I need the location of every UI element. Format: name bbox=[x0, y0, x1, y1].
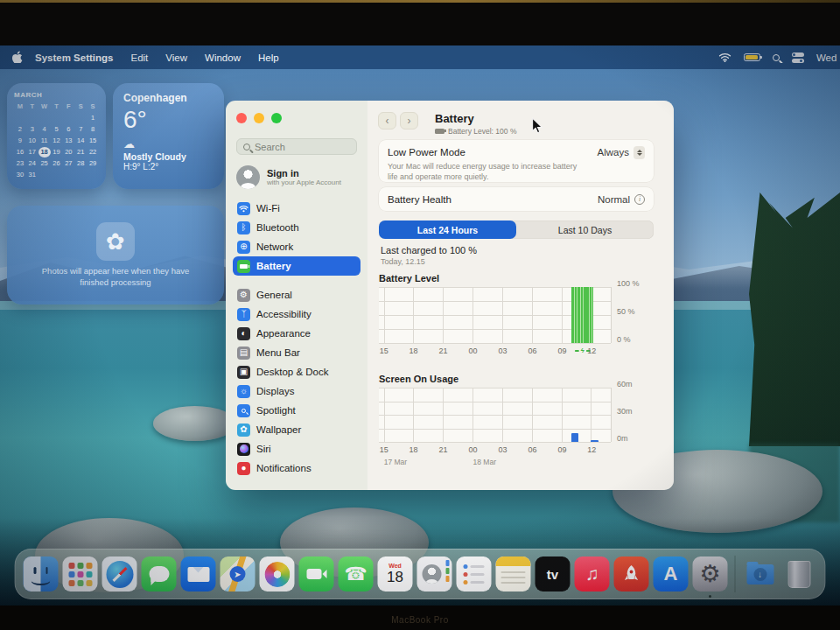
calendar-date[interactable]: 28 bbox=[74, 158, 87, 169]
accessibility-icon: ᛉ bbox=[237, 308, 250, 321]
sidebar-item-general[interactable]: ⚙General bbox=[233, 285, 360, 304]
sidebar-item-notifications[interactable]: ●Notifications bbox=[233, 458, 360, 478]
sidebar-item-label: Desktop & Dock bbox=[256, 367, 328, 377]
sidebar-item-spotlight[interactable]: Spotlight bbox=[233, 401, 360, 420]
control-center-icon[interactable] bbox=[792, 52, 804, 63]
weather-high-low: H:9° L:2° bbox=[123, 162, 214, 172]
minimize-button[interactable] bbox=[254, 113, 264, 123]
sidebar-item-desktop-dock[interactable]: ▣Desktop & Dock bbox=[233, 362, 360, 382]
calendar-date[interactable]: 21 bbox=[74, 147, 87, 158]
dock-downloads-icon[interactable]: ↓ bbox=[743, 556, 778, 592]
tab-last-10-days[interactable]: Last 10 Days bbox=[516, 220, 654, 239]
calendar-date[interactable]: 13 bbox=[62, 136, 74, 146]
wifi-icon[interactable] bbox=[718, 52, 732, 62]
sidebar-item-siri[interactable]: Siri bbox=[233, 439, 360, 458]
chart-y-axis-labels: 60m30m0m bbox=[617, 384, 652, 438]
calendar-date[interactable]: 5 bbox=[51, 124, 63, 135]
dock-mail-icon[interactable] bbox=[181, 556, 216, 592]
dock-maps-icon[interactable]: ➤ bbox=[220, 556, 256, 592]
calendar-date[interactable]: 23 bbox=[14, 158, 26, 169]
calendar-date[interactable]: 4 bbox=[38, 124, 51, 135]
photos-widget-message: Photos will appear here when they have f… bbox=[28, 266, 203, 288]
x-tick-label: 06 bbox=[528, 346, 536, 355]
photos-widget[interactable]: ✿ Photos will appear here when they have… bbox=[7, 206, 224, 304]
dock-photos-icon[interactable] bbox=[260, 556, 295, 592]
calendar-date[interactable]: 30 bbox=[14, 170, 26, 180]
calendar-date[interactable]: 10 bbox=[26, 136, 38, 146]
sidebar-group: ⚙GeneralᛉAccessibility◐Appearance▤Menu B… bbox=[226, 285, 368, 478]
tab-last-24-hours[interactable]: Last 24 Hours bbox=[379, 220, 516, 239]
forward-button[interactable]: › bbox=[400, 112, 418, 130]
calendar-date[interactable]: 3 bbox=[26, 124, 38, 135]
menu-item-help[interactable]: Help bbox=[249, 52, 288, 63]
calendar-date[interactable]: 19 bbox=[51, 147, 63, 158]
calendar-date[interactable]: 25 bbox=[38, 158, 51, 169]
sign-in-row[interactable]: Sign in with your Apple Account bbox=[236, 165, 357, 189]
calendar-date[interactable]: 18 bbox=[38, 147, 51, 158]
dock-finder-icon[interactable] bbox=[24, 556, 59, 592]
sidebar-item-accessibility[interactable]: ᛉAccessibility bbox=[233, 304, 360, 324]
dock-launchpad-icon[interactable] bbox=[63, 556, 98, 592]
dock-app-store-icon[interactable]: A bbox=[654, 556, 689, 592]
calendar-date[interactable]: 7 bbox=[74, 124, 87, 135]
info-icon[interactable]: i bbox=[634, 194, 645, 205]
calendar-date[interactable]: 14 bbox=[74, 136, 87, 146]
dock-reminders-icon[interactable] bbox=[457, 556, 492, 592]
back-button[interactable]: ‹ bbox=[378, 112, 396, 130]
dock-contacts-icon[interactable] bbox=[417, 556, 452, 592]
sidebar-item-displays[interactable]: ☼Displays bbox=[233, 382, 360, 401]
dock-music-icon[interactable]: ♫ bbox=[575, 556, 610, 592]
calendar-date[interactable]: 2 bbox=[14, 124, 26, 135]
menu-item-edit[interactable]: Edit bbox=[122, 52, 157, 63]
dock-tv-icon[interactable]: tv bbox=[536, 556, 570, 592]
calendar-date[interactable]: 29 bbox=[87, 158, 99, 169]
dock-phone-icon[interactable]: ☎ bbox=[339, 556, 374, 592]
menu-bar-clock[interactable]: Wed 1 bbox=[816, 52, 840, 63]
dock-system-settings-icon[interactable]: ⚙ bbox=[693, 556, 728, 592]
calendar-date[interactable]: 6 bbox=[62, 124, 74, 135]
low-power-mode-popup[interactable]: Always bbox=[598, 146, 645, 159]
calendar-widget[interactable]: MARCH MTWTFSS123456789101112131415161718… bbox=[7, 83, 106, 189]
calendar-date[interactable]: 12 bbox=[51, 136, 63, 146]
calendar-date[interactable]: 16 bbox=[14, 147, 26, 158]
dock-messages-icon[interactable] bbox=[142, 556, 177, 592]
dock-notes-icon[interactable] bbox=[496, 556, 531, 592]
calendar-date[interactable]: 26 bbox=[51, 158, 63, 169]
dock-safari-icon[interactable] bbox=[102, 556, 137, 592]
calendar-date[interactable]: 24 bbox=[26, 158, 38, 169]
sidebar-item-menu-bar[interactable]: ▤Menu Bar bbox=[233, 343, 360, 362]
dock-rocket-app-icon[interactable] bbox=[614, 556, 649, 592]
sidebar-item-bluetooth[interactable]: ᛒBluetooth bbox=[233, 218, 360, 237]
sidebar-item-wallpaper[interactable]: ✿Wallpaper bbox=[233, 420, 360, 439]
sidebar-item-battery[interactable]: Battery bbox=[233, 256, 360, 276]
calendar-date[interactable]: 20 bbox=[62, 147, 74, 158]
menu-bar: System SettingsEditViewWindowHelp Wed 1 bbox=[0, 46, 840, 69]
search-input[interactable]: Search bbox=[236, 138, 357, 155]
zoom-button[interactable] bbox=[271, 113, 282, 123]
weather-widget[interactable]: Copenhagen 6° ☁ Mostly Cloudy H:9° L:2° bbox=[113, 83, 224, 189]
x-tick-label: 06 bbox=[528, 445, 536, 454]
sidebar-item-wi-fi[interactable]: Wi-Fi bbox=[233, 199, 360, 218]
search-icon[interactable] bbox=[773, 54, 780, 61]
calendar-date[interactable]: 9 bbox=[14, 136, 26, 146]
calendar-date[interactable]: 8 bbox=[87, 124, 99, 135]
calendar-date[interactable]: 27 bbox=[62, 158, 74, 169]
calendar-date[interactable]: 22 bbox=[87, 147, 99, 158]
calendar-date[interactable]: 31 bbox=[26, 170, 38, 180]
close-button[interactable] bbox=[236, 113, 247, 123]
menu-item-window[interactable]: Window bbox=[196, 52, 249, 63]
sidebar-item-appearance[interactable]: ◐Appearance bbox=[233, 324, 360, 343]
menu-item-system-settings[interactable]: System Settings bbox=[28, 52, 122, 63]
dock-trash-icon[interactable] bbox=[782, 556, 817, 592]
calendar-date[interactable]: 17 bbox=[26, 147, 38, 158]
calendar-date[interactable]: 15 bbox=[87, 136, 99, 146]
calendar-date[interactable]: 11 bbox=[38, 136, 51, 146]
apple-menu-icon[interactable] bbox=[5, 50, 28, 65]
dock-calendar-icon[interactable]: Wed18 bbox=[378, 556, 413, 592]
calendar-date[interactable]: 1 bbox=[87, 113, 99, 123]
dock-facetime-icon[interactable] bbox=[299, 556, 334, 592]
sidebar-item-network[interactable]: ⊕Network bbox=[233, 237, 360, 256]
battery-indicator[interactable] bbox=[744, 53, 760, 61]
menu-item-view[interactable]: View bbox=[157, 52, 196, 63]
traffic-lights bbox=[226, 109, 368, 123]
